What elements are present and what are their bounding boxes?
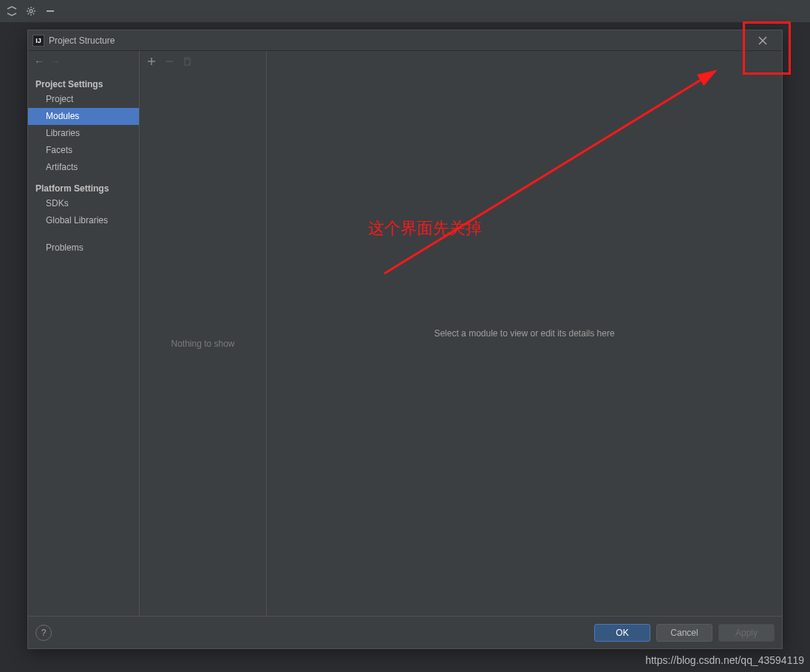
cancel-button[interactable]: Cancel: [656, 624, 712, 642]
svg-point-0: [30, 10, 33, 13]
dialog-title: Project Structure: [49, 35, 115, 46]
help-button[interactable]: ?: [35, 625, 52, 641]
sidebar-item-project[interactable]: Project: [28, 91, 139, 108]
add-icon[interactable]: [147, 57, 156, 66]
sidebar-item-sdks[interactable]: SDKs: [28, 195, 139, 212]
section-project-settings: Project Settings: [28, 76, 139, 91]
dialog-titlebar: IJ Project Structure: [28, 30, 782, 51]
back-arrow-icon[interactable]: ←: [34, 55, 44, 67]
sidebar-item-modules[interactable]: Modules: [28, 108, 139, 125]
dialog-footer: ? OK Cancel Apply: [28, 616, 782, 648]
sidebar-nav: ← →: [28, 51, 139, 72]
sidebar-item-global-libraries[interactable]: Global Libraries: [28, 212, 139, 229]
modules-toolbar: [140, 51, 266, 72]
sidebar-item-artifacts[interactable]: Artifacts: [28, 159, 139, 176]
minus-icon[interactable]: [43, 4, 58, 18]
sidebar-item-problems[interactable]: Problems: [28, 240, 139, 257]
copy-icon: [183, 57, 191, 66]
ok-button[interactable]: OK: [594, 624, 650, 642]
section-platform-settings: Platform Settings: [28, 180, 139, 195]
collapse-icon[interactable]: [4, 4, 19, 18]
modules-empty-text: Nothing to show: [140, 72, 266, 616]
project-structure-dialog: IJ Project Structure ← → Project Setting…: [27, 30, 783, 649]
close-icon[interactable]: [748, 31, 777, 50]
watermark: https://blog.csdn.net/qq_43594119: [645, 654, 804, 666]
modules-list-pane: Nothing to show: [139, 51, 267, 616]
apply-button: Apply: [718, 624, 775, 642]
sidebar-item-facets[interactable]: Facets: [28, 142, 139, 159]
intellij-logo-icon: IJ: [33, 35, 44, 47]
settings-sidebar: ← → Project Settings Project Modules Lib…: [28, 51, 139, 616]
module-detail-pane: Select a module to view or edit its deta…: [267, 51, 782, 616]
forward-arrow-icon: →: [50, 55, 61, 67]
remove-icon: [165, 57, 174, 66]
sidebar-item-libraries[interactable]: Libraries: [28, 125, 139, 142]
detail-placeholder: Select a module to view or edit its deta…: [434, 328, 614, 339]
svg-rect-7: [185, 59, 190, 65]
dialog-body: ← → Project Settings Project Modules Lib…: [28, 51, 782, 616]
ide-toolbar: [0, 0, 810, 23]
gear-icon[interactable]: [24, 4, 38, 18]
